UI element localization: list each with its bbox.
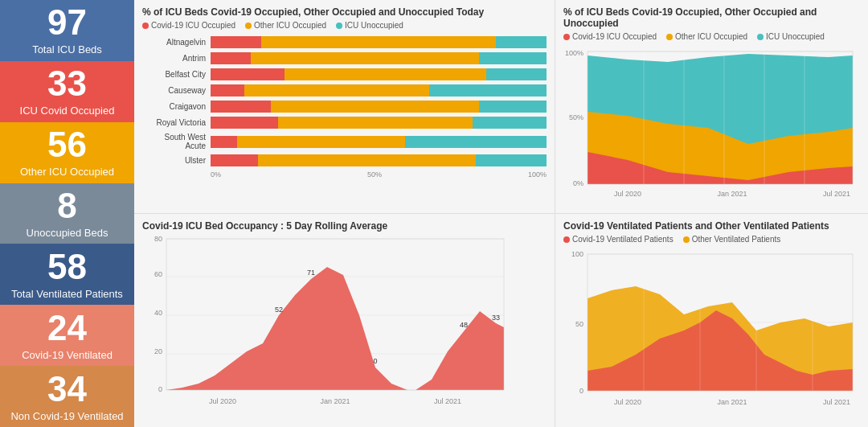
bar-segment [211, 101, 271, 113]
peak-label-0: 0 [373, 357, 377, 365]
legend-a1-unoccupied: ICU Unoccupied [757, 32, 825, 41]
bar-container [211, 117, 547, 129]
legend-a1-other: Other ICU Occupied [666, 32, 747, 41]
y-label-0: 0 [158, 385, 162, 393]
area-chart-2-title: Covid-19 Ventilated Patients and Other V… [563, 220, 860, 232]
bar-segment [496, 36, 547, 48]
legend-covid: Covid-19 ICU Occupied [142, 21, 235, 30]
bar-chart-title: % of ICU Beds Covid-19 Occupied, Other O… [142, 6, 547, 18]
line-chart-title: Covid-19 ICU Bed Occupancy : 5 Day Rolli… [142, 220, 547, 232]
stat-non-covid-ventilated-label: Non Covid-19 Ventilated [10, 410, 123, 422]
area-chart-1-section: % of ICU Beds Covid-19 Occupied, Other O… [555, 0, 868, 213]
bar-container [211, 136, 547, 148]
bar-container [211, 52, 547, 64]
bar-segment [476, 154, 547, 166]
bar-segment [237, 136, 405, 148]
y-label-20: 20 [154, 347, 162, 355]
bar-segment [486, 68, 547, 80]
y-label-80: 80 [154, 235, 162, 243]
stat-unoccupied-number: 8 [57, 188, 76, 224]
legend-a1-covid-dot [563, 34, 570, 40]
bar-label: Belfast City [142, 70, 211, 79]
bar-label: Craigavon [142, 102, 211, 111]
peak-label-48: 48 [460, 321, 468, 329]
bar-segment [251, 52, 479, 64]
a2-x-jan2021: Jan 2021 [717, 398, 747, 406]
peak-label-71: 71 [307, 269, 315, 277]
bar-row: Antrim [142, 52, 547, 64]
stat-unoccupied-label: Unoccupied Beds [27, 227, 108, 239]
legend-a2-other: Other Ventilated Patients [683, 235, 781, 244]
sidebar: 97 Total ICU Beds 33 ICU Covid Occupied … [0, 0, 134, 427]
line-chart-section: Covid-19 ICU Bed Occupancy : 5 Day Rolli… [134, 214, 555, 427]
legend-unoccupied-dot [336, 23, 342, 29]
stat-total-ventilated-number: 58 [47, 249, 87, 285]
legend-a2-covid-label: Covid-19 Ventilated Patients [572, 235, 674, 244]
bar-row: Craigavon [142, 101, 547, 113]
a2-y-100: 100 [571, 250, 583, 258]
legend-a1-unoccupied-label: ICU Unoccupied [766, 32, 825, 41]
bar-chart-section: % of ICU Beds Covid-19 Occupied, Other O… [134, 0, 555, 213]
legend-other-label: Other ICU Occupied [254, 21, 326, 30]
area-covid-line [166, 267, 504, 390]
x-label-jul2020: Jul 2020 [614, 190, 641, 198]
stat-total-ventilated: 58 Total Ventilated Patients [0, 244, 134, 305]
a2-x-jul2020: Jul 2020 [614, 398, 641, 406]
stat-total-icu-number: 97 [47, 5, 87, 40]
legend-a2-covid-dot [563, 236, 570, 243]
legend-a2-other-label: Other Ventilated Patients [692, 235, 781, 244]
legend-a2-other-dot [683, 236, 690, 243]
bar-segment [479, 52, 547, 64]
bar-label: Ulster [142, 156, 211, 165]
stat-other-occupied: 56 Other ICU Occupied [0, 122, 134, 183]
legend-a1-unoccupied-dot [757, 34, 764, 40]
bottom-row: Covid-19 ICU Bed Occupancy : 5 Day Rolli… [134, 213, 868, 427]
bar-label: Antrim [142, 54, 211, 63]
bar-segment [261, 36, 497, 48]
bar-segment [211, 154, 258, 166]
bar-label: South West Acute [142, 133, 211, 150]
bar-container [211, 36, 547, 48]
a2-y-50: 50 [575, 320, 583, 328]
bar-row: Belfast City [142, 68, 547, 80]
stat-unoccupied: 8 Unoccupied Beds [0, 183, 134, 244]
stat-covid-occupied: 33 ICU Covid Occupied [0, 61, 134, 122]
stat-total-icu-label: Total ICU Beds [32, 43, 102, 55]
stat-covid-occupied-label: ICU Covid Occupied [20, 105, 115, 117]
legend-other: Other ICU Occupied [245, 21, 326, 30]
legend-a2-covid: Covid-19 Ventilated Patients [563, 235, 674, 244]
legend-other-dot [245, 23, 252, 29]
bar-segment [211, 52, 251, 64]
bar-segment [211, 136, 237, 148]
bar-axis: 0%50%100% [211, 170, 547, 179]
stat-other-occupied-number: 56 [47, 127, 87, 162]
bar-chart: AltnagelvinAntrimBelfast CityCausewayCra… [142, 36, 547, 166]
stat-other-occupied-label: Other ICU Occupied [20, 166, 114, 178]
bar-chart-legend: Covid-19 ICU Occupied Other ICU Occupied… [142, 21, 547, 30]
stat-covid-ventilated-number: 24 [47, 310, 87, 346]
legend-a1-other-dot [666, 34, 673, 40]
stat-total-icu: 97 Total ICU Beds [0, 0, 134, 61]
bar-segment [278, 117, 473, 129]
bar-segment [211, 84, 244, 96]
legend-unoccupied: ICU Unoccupied [336, 21, 403, 30]
bar-segment [258, 154, 477, 166]
legend-unoccupied-label: ICU Unoccupied [345, 21, 403, 30]
stat-non-covid-ventilated: 34 Non Covid-19 Ventilated [0, 366, 134, 427]
bar-container [211, 84, 547, 96]
bar-row: South West Acute [142, 133, 547, 150]
a2-x-jul2021: Jul 2021 [823, 398, 850, 406]
bar-segment [271, 101, 479, 113]
area-chart-2-svg: 100 50 0 [563, 250, 861, 419]
bar-label: Causeway [142, 86, 211, 95]
legend-a1-covid-label: Covid-19 ICU Occupied [572, 32, 657, 41]
y-axis-100: 100% [565, 49, 583, 57]
y-label-40: 40 [154, 309, 162, 317]
bar-label: Royal Victoria [142, 118, 211, 127]
area-chart-2-legend: Covid-19 Ventilated Patients Other Venti… [563, 235, 860, 244]
stat-non-covid-ventilated-number: 34 [47, 372, 87, 407]
bar-segment [473, 117, 547, 129]
area-chart-1-svg: 100% 50% 0% [563, 47, 861, 208]
stat-total-ventilated-label: Total Ventilated Patients [11, 288, 123, 300]
peak-label-33: 33 [492, 314, 500, 322]
